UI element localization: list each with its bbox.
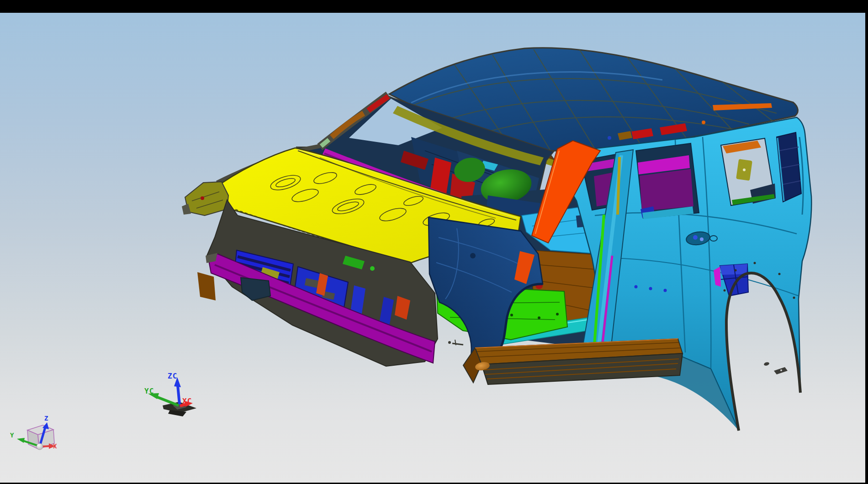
- debris-chip-1: [763, 362, 769, 366]
- csys-z-label: Z: [44, 415, 48, 422]
- car-body-model[interactable]: [182, 48, 811, 431]
- rail-blue-dot: [608, 136, 611, 140]
- handle-blue-bit-2: [700, 237, 704, 241]
- graphics-viewport[interactable]: ZC YC XC Z: [0, 13, 865, 483]
- left-fender-apron[interactable]: [182, 182, 228, 216]
- csys-origin-sphere[interactable]: [37, 443, 43, 450]
- green-dot: [370, 266, 375, 271]
- rear-door-window[interactable]: [636, 143, 699, 219]
- olive-plate-hole: [743, 168, 746, 171]
- right-black-strip: [865, 0, 868, 484]
- cowl-pin-mark: [452, 343, 463, 345]
- fender-hole: [470, 253, 476, 258]
- csys-x-label: X: [53, 442, 57, 450]
- csys-y-arrowhead: [17, 438, 25, 443]
- wcs-y-label: YC: [144, 387, 154, 395]
- datum-csys[interactable]: Z Y X: [10, 415, 57, 450]
- wcs-triad[interactable]: ZC YC XC: [144, 372, 196, 416]
- b-pillar-olive-seal: [618, 157, 619, 215]
- cowl-dot: [448, 341, 451, 344]
- wcs-z-axis[interactable]: ZC: [168, 372, 181, 405]
- wcs-y-axis[interactable]: YC: [144, 387, 179, 405]
- apron-red-dot: [201, 196, 204, 200]
- debris-chip-hole: [780, 369, 782, 371]
- rail-orange-dot: [702, 121, 705, 124]
- wcs-x-axis[interactable]: XC: [180, 397, 193, 407]
- tow-bracket: [241, 278, 270, 300]
- handle-blue-bit: [693, 235, 698, 240]
- wcs-x-label: XC: [182, 397, 192, 405]
- application-window: ZC YC XC Z: [0, 0, 868, 484]
- rear-window-purple-panel: [640, 169, 693, 211]
- wcs-z-label: ZC: [168, 372, 177, 380]
- apron-olive[interactable]: [185, 182, 228, 216]
- scene-canvas[interactable]: ZC YC XC Z: [0, 13, 865, 483]
- brown-bracket: [197, 272, 216, 300]
- csys-y-label: Y: [10, 431, 14, 439]
- top-black-bar: [0, 0, 868, 13]
